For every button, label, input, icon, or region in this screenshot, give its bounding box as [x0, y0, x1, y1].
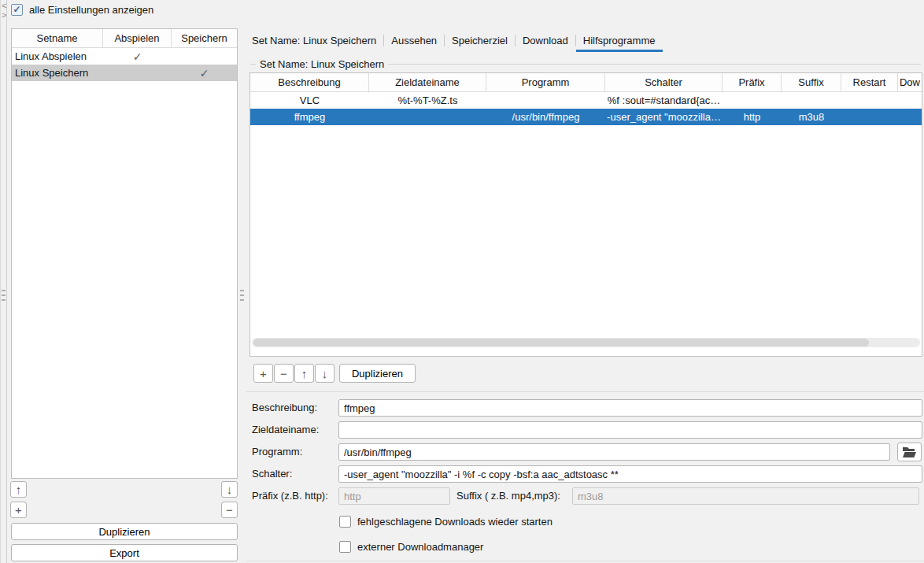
- programm-label: Programm:: [252, 443, 302, 461]
- suffix-label: Suffix ( z.B. mp4,mp3):: [456, 487, 560, 505]
- schalter-column-header[interactable]: Schalter: [605, 73, 723, 91]
- arrow-up-icon: ↑: [16, 483, 22, 495]
- programm-field[interactable]: [338, 443, 890, 461]
- browse-program-button[interactable]: [897, 443, 922, 461]
- checkbox-unchecked-icon[interactable]: [339, 516, 351, 528]
- add-program-button[interactable]: +: [253, 364, 273, 383]
- programs-table-header: Beschreibung Zieldateiname Programm Scha…: [250, 73, 922, 92]
- programm-cell[interactable]: /usr/bin/ffmpeg: [486, 111, 605, 123]
- set-row-selected[interactable]: Linux Speichern ✓: [12, 65, 237, 81]
- remove-set-button[interactable]: −: [221, 502, 238, 518]
- sets-table: Setname Abspielen Speichern Linux Abspie…: [11, 28, 238, 479]
- speichern-column-header[interactable]: Speichern: [172, 29, 237, 47]
- beschreibung-cell[interactable]: ffmpeg: [250, 111, 369, 123]
- show-all-settings-checkbox[interactable]: ✓ alle Einstellungen anzeigen: [11, 4, 153, 16]
- checkbox-checked-icon[interactable]: ✓: [11, 4, 23, 16]
- program-row-selected[interactable]: ffmpeg /usr/bin/ffmpeg -user_agent "mooz…: [250, 109, 922, 125]
- external-downloadmanager-label: externer Downloadmanager: [357, 541, 483, 553]
- set-row[interactable]: Linux Abspielen ✓: [12, 48, 237, 65]
- section-divider: [246, 391, 924, 392]
- praefix-cell[interactable]: http: [723, 111, 782, 123]
- duplicate-set-button[interactable]: Duplizieren: [11, 523, 238, 540]
- praefix-column-header[interactable]: Präfix: [723, 73, 782, 91]
- scrollbar-thumb[interactable]: [253, 339, 869, 346]
- groupbox-title: Set Name: Linux Speichern: [260, 58, 384, 70]
- plus-icon: +: [260, 368, 267, 380]
- arrow-up-icon: ↑: [301, 368, 308, 380]
- duplicate-program-button[interactable]: Duplizieren: [339, 364, 416, 383]
- window-edge-splitter[interactable]: < >: [0, 0, 7, 563]
- restart-downloads-checkbox[interactable]: fehlgeschlagene Downloads wieder starten: [339, 516, 553, 528]
- legend-line: [388, 64, 921, 65]
- schalter-cell[interactable]: -user_agent "moozzilla…: [605, 111, 723, 123]
- settings-tabbar: Set Name: Linux Speichern Aussehen Speic…: [250, 30, 663, 51]
- abspielen-column-header[interactable]: Abspielen: [103, 29, 172, 47]
- move-set-up-button[interactable]: ↑: [10, 481, 27, 498]
- minus-icon: −: [226, 504, 233, 516]
- collapse-right-icon[interactable]: >: [2, 11, 6, 20]
- restart-column-header[interactable]: Restart: [841, 73, 898, 91]
- suffix-column-header[interactable]: Suffix: [782, 73, 841, 91]
- zieldateiname-field[interactable]: [338, 421, 922, 439]
- download-column-header[interactable]: Dow: [898, 73, 922, 91]
- tab-set-name[interactable]: Set Name: Linux Speichern: [250, 30, 383, 51]
- add-set-button[interactable]: +: [10, 502, 27, 518]
- sets-table-header: Setname Abspielen Speichern: [12, 29, 237, 48]
- praefix-label: Präfix (z.B. http):: [252, 487, 328, 505]
- praefix-field[interactable]: [338, 487, 450, 505]
- suffix-cell[interactable]: m3u8: [782, 111, 841, 123]
- external-downloadmanager-checkbox[interactable]: externer Downloadmanager: [339, 541, 483, 553]
- schalter-field[interactable]: [338, 465, 922, 483]
- zieldateiname-label: Zieldateiname:: [252, 421, 319, 439]
- legend-line: [250, 64, 256, 65]
- show-all-settings-label: alle Einstellungen anzeigen: [29, 4, 153, 16]
- programs-table: Beschreibung Zieldateiname Programm Scha…: [249, 72, 922, 357]
- setname-column-header[interactable]: Setname: [12, 29, 103, 47]
- panel-splitter[interactable]: [238, 0, 246, 563]
- tab-aussehen[interactable]: Aussehen: [384, 30, 444, 51]
- splitter-grip-icon[interactable]: [240, 288, 244, 302]
- move-set-down-button[interactable]: ↓: [221, 481, 238, 498]
- bottom-divider: [246, 561, 924, 561]
- checkbox-unchecked-icon[interactable]: [339, 541, 351, 553]
- checkmark-icon: ✓: [172, 68, 237, 79]
- checkmark-icon: ✓: [13, 4, 20, 15]
- set-name-cell[interactable]: Linux Speichern: [12, 67, 103, 79]
- tab-hilfsprogramme[interactable]: Hilfsprogramme: [576, 30, 663, 51]
- move-program-down-button[interactable]: ↓: [315, 364, 334, 383]
- zieldateiname-column-header[interactable]: Zieldateiname: [369, 73, 486, 91]
- restart-downloads-label: fehlgeschlagene Downloads wieder starten: [357, 516, 553, 528]
- programm-column-header[interactable]: Programm: [486, 73, 605, 91]
- arrow-down-icon: ↓: [322, 368, 328, 380]
- tab-speicherziel[interactable]: Speicherziel: [445, 30, 515, 51]
- beschreibung-column-header[interactable]: Beschreibung: [250, 73, 369, 91]
- remove-program-button[interactable]: −: [274, 364, 294, 383]
- minus-icon: −: [280, 368, 287, 380]
- splitter-grip-icon[interactable]: [2, 288, 6, 302]
- program-row[interactable]: VLC %t-%T-%Z.ts %f :sout=#standard{ac…: [250, 92, 922, 109]
- arrow-down-icon: ↓: [227, 483, 233, 495]
- checkmark-icon: ✓: [103, 51, 172, 62]
- groupbox-legend: Set Name: Linux Speichern: [250, 58, 921, 70]
- tab-download[interactable]: Download: [516, 30, 575, 51]
- suffix-field[interactable]: [572, 487, 919, 505]
- set-name-cell[interactable]: Linux Abspielen: [12, 50, 103, 62]
- move-program-up-button[interactable]: ↑: [294, 364, 314, 383]
- plus-icon: +: [15, 504, 22, 516]
- beschreibung-field[interactable]: [338, 399, 922, 417]
- folder-open-icon: [902, 446, 917, 458]
- export-set-button[interactable]: Export: [11, 544, 238, 561]
- schalter-cell[interactable]: %f :sout=#standard{ac…: [605, 94, 723, 106]
- zieldateiname-cell[interactable]: %t-%T-%Z.ts: [369, 94, 486, 106]
- collapse-left-icon[interactable]: <: [2, 2, 6, 10]
- schalter-label: Schalter:: [252, 465, 292, 483]
- beschreibung-cell[interactable]: VLC: [250, 94, 369, 106]
- beschreibung-label: Beschreibung:: [252, 399, 317, 417]
- horizontal-scrollbar[interactable]: [252, 338, 920, 347]
